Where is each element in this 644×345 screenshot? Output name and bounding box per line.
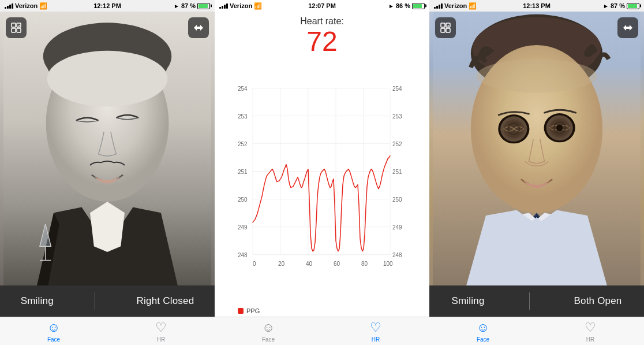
- svg-text:40: 40: [306, 260, 313, 266]
- svg-text:254: 254: [392, 85, 402, 91]
- hr-icon: ♡: [155, 320, 167, 335]
- chart-container: 254 253 252 251 250 249 248 254 253 252 …: [215, 58, 429, 305]
- svg-text:253: 253: [238, 113, 248, 119]
- left-phone-panel: Verizon 📶 12:12 PM ► 87%: [0, 0, 215, 345]
- right-tab-face[interactable]: ☺ Face: [460, 320, 506, 343]
- hr-tab-label: HR: [157, 336, 165, 343]
- carrier-label: Verizon: [15, 2, 38, 9]
- color-face-svg: [429, 12, 644, 285]
- svg-rect-80: [446, 28, 450, 32]
- middle-chart-panel: Verizon 📶 12:07 PM ► 86% Heart rate: 72 …: [215, 0, 429, 345]
- middle-tab-hr[interactable]: ♡ HR: [353, 320, 399, 343]
- middle-status-right: ► 86%: [388, 2, 425, 9]
- right-label-bar: Smiling Both Open: [429, 285, 644, 317]
- heart-rate-value: 72: [215, 27, 429, 57]
- bw-face-svg: [0, 12, 215, 285]
- right-battery-pct: 87: [611, 2, 617, 9]
- right-phone-panel: Verizon 📶 12:13 PM ► 87%: [429, 0, 644, 345]
- svg-text:20: 20: [278, 260, 285, 266]
- svg-text:100: 100: [383, 260, 393, 266]
- left-gallery-button[interactable]: 2: [6, 17, 27, 38]
- svg-rect-9: [12, 23, 16, 27]
- right-face-icon: ☺: [477, 320, 489, 335]
- left-tab-hr[interactable]: ♡ HR: [138, 320, 184, 343]
- right-signal-icon: [434, 3, 443, 9]
- middle-tab-bar: ☺ Face ♡ HR: [215, 317, 429, 345]
- svg-point-61: [477, 59, 597, 92]
- svg-text:251: 251: [238, 168, 248, 175]
- middle-time: 12:07 PM: [308, 2, 336, 9]
- middle-battery-pct: 86: [396, 2, 403, 9]
- middle-battery-icon: [412, 3, 425, 9]
- right-label-divider: [529, 292, 530, 310]
- right-flip-button[interactable]: [617, 17, 638, 38]
- svg-text:252: 252: [238, 140, 248, 147]
- middle-hr-icon: ♡: [370, 320, 381, 335]
- right-status-left: Verizon 📶: [434, 2, 477, 10]
- face-icon: ☺: [47, 320, 60, 335]
- middle-carrier: Verizon: [230, 2, 252, 9]
- right-time: 12:13 PM: [523, 2, 551, 9]
- battery-icon: [197, 3, 210, 9]
- right-carrier: Verizon: [444, 2, 467, 9]
- svg-text:248: 248: [238, 251, 248, 258]
- left-tab-bar: ☺ Face ♡ HR: [0, 317, 215, 345]
- right-wifi-icon: 📶: [469, 2, 477, 10]
- right-location-icon: ►: [603, 3, 609, 9]
- svg-text:249: 249: [392, 224, 402, 230]
- middle-signal-icon: [219, 3, 228, 9]
- right-flip-icon: [621, 23, 634, 33]
- right-battery-icon: [627, 3, 639, 9]
- left-photo-area: 2: [0, 12, 215, 285]
- left-status-bar: Verizon 📶 12:12 PM ► 87%: [0, 0, 215, 12]
- time-label: 12:12 PM: [93, 2, 121, 9]
- right-gallery-button[interactable]: 2: [435, 17, 456, 38]
- middle-status-left: Verizon 📶: [219, 2, 262, 10]
- left-status-right: ► 87%: [174, 2, 210, 9]
- face-tab-label: Face: [47, 336, 60, 343]
- svg-text:248: 248: [392, 251, 402, 258]
- battery-pct: 87: [181, 2, 188, 9]
- svg-text:250: 250: [238, 196, 248, 202]
- svg-text:252: 252: [392, 140, 402, 147]
- left-flip-button[interactable]: [188, 17, 209, 38]
- signal-icon: [5, 3, 13, 9]
- legend-label: PPG: [246, 307, 260, 314]
- right-status-right: ► 87%: [603, 2, 639, 9]
- wifi-icon: 📶: [39, 2, 47, 10]
- svg-text:80: 80: [361, 260, 368, 266]
- gallery-icon: 2: [10, 22, 22, 34]
- svg-rect-12: [17, 28, 21, 32]
- left-label-smiling: Smiling: [21, 295, 54, 307]
- right-label-smiling: Smiling: [451, 295, 484, 307]
- legend-color: [238, 308, 244, 314]
- middle-wifi-icon: 📶: [254, 2, 262, 10]
- svg-text:249: 249: [238, 224, 248, 230]
- svg-text:60: 60: [334, 260, 340, 266]
- right-tab-hr[interactable]: ♡ HR: [567, 320, 613, 343]
- chart-legend: PPG: [215, 305, 429, 317]
- middle-face-label: Face: [262, 336, 275, 343]
- right-hr-icon: ♡: [585, 320, 596, 335]
- right-gallery-icon: 2: [440, 22, 451, 34]
- middle-tab-face[interactable]: ☺ Face: [245, 320, 291, 343]
- right-label-eye: Both Open: [574, 295, 621, 307]
- right-tab-bar: ☺ Face ♡ HR: [429, 317, 644, 345]
- svg-rect-10: [12, 28, 16, 32]
- middle-status-bar: Verizon 📶 12:07 PM ► 86%: [215, 0, 429, 12]
- left-status-left: Verizon 📶: [5, 2, 47, 10]
- left-tab-face[interactable]: ☺ Face: [31, 320, 77, 343]
- heart-rate-title: Heart rate:: [215, 16, 429, 27]
- right-status-bar: Verizon 📶 12:13 PM ► 87%: [429, 0, 644, 12]
- svg-text:254: 254: [238, 85, 248, 91]
- middle-face-icon: ☺: [262, 320, 275, 335]
- label-divider: [95, 292, 95, 310]
- right-photo-area: 2: [429, 12, 644, 285]
- svg-point-4: [47, 51, 168, 107]
- ppg-chart-svg: 254 253 252 251 250 249 248 254 253 252 …: [238, 64, 406, 299]
- svg-text:253: 253: [392, 113, 402, 119]
- svg-text:250: 250: [392, 196, 402, 202]
- svg-text:0: 0: [253, 260, 256, 266]
- middle-hr-label: HR: [372, 336, 380, 343]
- svg-text:251: 251: [392, 168, 402, 175]
